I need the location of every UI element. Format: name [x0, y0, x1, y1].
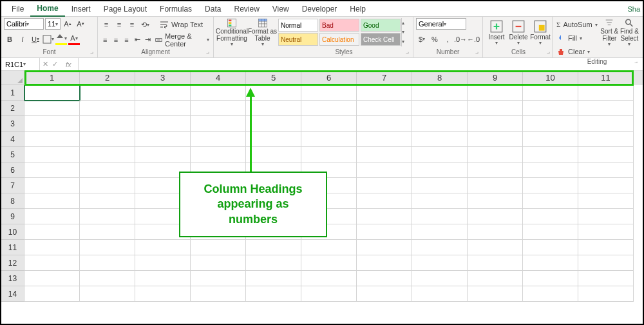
- cell[interactable]: [246, 116, 301, 132]
- row-header[interactable]: 1: [1, 85, 24, 101]
- cell[interactable]: [246, 271, 301, 286]
- comma-format-icon[interactable]: ,: [442, 34, 453, 45]
- tab-data[interactable]: Data: [198, 2, 227, 16]
- wrap-text-button[interactable]: Wrap Text: [158, 18, 204, 31]
- cell[interactable]: [80, 224, 135, 240]
- cell[interactable]: [523, 193, 578, 209]
- cell[interactable]: [24, 286, 80, 302]
- col-header[interactable]: 10: [523, 71, 578, 85]
- cell[interactable]: [412, 116, 468, 132]
- cell[interactable]: [80, 255, 135, 271]
- find-select-button[interactable]: Find & Select: [620, 18, 639, 48]
- col-header[interactable]: 4: [191, 71, 246, 85]
- row-header[interactable]: 6: [1, 162, 24, 178]
- cell[interactable]: [135, 85, 191, 101]
- col-header[interactable]: 3: [135, 71, 191, 85]
- cell[interactable]: [523, 255, 578, 271]
- row-header[interactable]: 7: [1, 178, 24, 193]
- cell[interactable]: [468, 255, 523, 271]
- cell[interactable]: [412, 178, 468, 193]
- cell[interactable]: [412, 240, 468, 255]
- style-calculation[interactable]: Calculation: [319, 33, 359, 46]
- cell[interactable]: [246, 85, 301, 101]
- cell[interactable]: [578, 240, 634, 255]
- cell[interactable]: [246, 132, 301, 147]
- insert-cells-button[interactable]: Insert: [486, 18, 507, 48]
- cell[interactable]: [24, 147, 80, 162]
- cell[interactable]: [357, 178, 412, 193]
- cell[interactable]: [135, 255, 191, 271]
- merge-center-button[interactable]: Merge & Center: [154, 34, 211, 46]
- cell[interactable]: [191, 147, 246, 162]
- cell[interactable]: [301, 162, 357, 178]
- row-header[interactable]: 10: [1, 224, 24, 240]
- style-good[interactable]: Good: [361, 19, 401, 32]
- decrease-decimal-icon[interactable]: ←.0: [468, 34, 479, 45]
- cell[interactable]: [301, 147, 357, 162]
- cell[interactable]: [301, 224, 357, 240]
- cell[interactable]: [578, 193, 634, 209]
- cell[interactable]: [468, 132, 523, 147]
- cell[interactable]: [578, 178, 634, 193]
- cell[interactable]: [523, 147, 578, 162]
- tab-developer[interactable]: Developer: [296, 2, 344, 16]
- tab-file[interactable]: File: [5, 2, 30, 16]
- cell[interactable]: [468, 286, 523, 302]
- cell[interactable]: [468, 271, 523, 286]
- cell[interactable]: [301, 255, 357, 271]
- cell[interactable]: [191, 101, 246, 116]
- cell[interactable]: [357, 224, 412, 240]
- cell[interactable]: [246, 255, 301, 271]
- styles-gallery-expand[interactable]: ▴▾▾: [401, 18, 410, 46]
- cell[interactable]: [135, 101, 191, 116]
- cell[interactable]: [135, 116, 191, 132]
- cell[interactable]: [412, 132, 468, 147]
- cell[interactable]: [191, 116, 246, 132]
- cell[interactable]: [468, 85, 523, 101]
- row-header[interactable]: 5: [1, 147, 24, 162]
- cell[interactable]: [412, 286, 468, 302]
- cell[interactable]: [412, 85, 468, 101]
- cell[interactable]: [135, 132, 191, 147]
- cell[interactable]: [523, 286, 578, 302]
- format-cells-button[interactable]: Format: [529, 18, 551, 48]
- cell[interactable]: [412, 271, 468, 286]
- cell[interactable]: [80, 209, 135, 224]
- cell[interactable]: [301, 178, 357, 193]
- fill-button[interactable]: Fill: [555, 32, 599, 44]
- cell[interactable]: [80, 85, 135, 101]
- cell[interactable]: [523, 209, 578, 224]
- cell[interactable]: [246, 178, 301, 193]
- cell[interactable]: [468, 162, 523, 178]
- cell[interactable]: [357, 255, 412, 271]
- row-header[interactable]: 4: [1, 132, 24, 147]
- fill-color-button[interactable]: [55, 34, 67, 45]
- delete-cells-button[interactable]: Delete: [507, 18, 529, 48]
- cell[interactable]: [412, 209, 468, 224]
- cell[interactable]: [357, 193, 412, 209]
- cell[interactable]: [80, 101, 135, 116]
- align-bottom-icon[interactable]: ≡: [126, 19, 138, 30]
- cell[interactable]: [135, 224, 191, 240]
- style-normal[interactable]: Normal: [278, 19, 318, 32]
- cell[interactable]: [24, 85, 80, 101]
- cell[interactable]: [357, 209, 412, 224]
- name-box[interactable]: R1C1: [1, 58, 40, 70]
- row-header[interactable]: 8: [1, 193, 24, 209]
- cell[interactable]: [246, 209, 301, 224]
- bold-button[interactable]: B: [4, 34, 15, 45]
- cell[interactable]: [24, 240, 80, 255]
- cell[interactable]: [468, 240, 523, 255]
- row-header[interactable]: 13: [1, 271, 24, 286]
- cell[interactable]: [468, 193, 523, 209]
- cell[interactable]: [357, 240, 412, 255]
- cell[interactable]: [80, 286, 135, 302]
- cell[interactable]: [135, 240, 191, 255]
- align-right-icon[interactable]: ≡: [122, 34, 131, 46]
- row-header[interactable]: 14: [1, 286, 24, 302]
- cell[interactable]: [357, 162, 412, 178]
- clear-button[interactable]: Clear: [555, 45, 599, 58]
- cell[interactable]: [578, 85, 634, 101]
- cell[interactable]: [246, 286, 301, 302]
- increase-indent-icon[interactable]: ⇥: [143, 34, 153, 46]
